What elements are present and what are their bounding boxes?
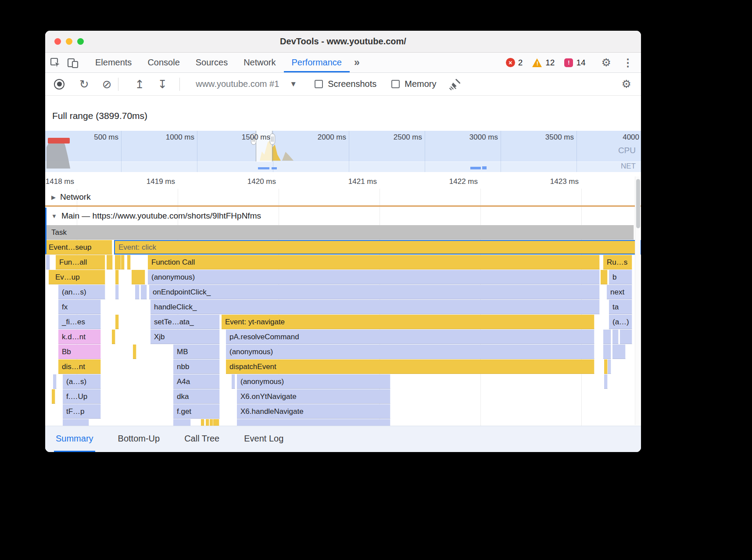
flame-bar-ru-s[interactable]: Ru…s [603,255,632,269]
flame-bar[interactable] [135,285,140,299]
flame-bar[interactable] [112,330,115,344]
flame-bar-sette-ata[interactable]: setTe…ata_ [150,315,220,329]
flame-bar[interactable] [620,330,632,344]
flame-bar[interactable] [232,374,235,389]
flame-bar-dispatchevent[interactable]: dispatchEvent [226,359,594,374]
flame-bar-b[interactable]: b [609,270,632,284]
flame-bar[interactable] [115,315,119,329]
selection-handle-right[interactable] [270,133,275,145]
main-track-header[interactable]: ▼ Main — https://www.youtube.com/shorts/… [45,208,641,224]
tab-elements[interactable]: Elements [87,53,140,72]
load-profile-button[interactable]: ↥ [135,79,145,90]
scrollbar-thumb[interactable] [636,179,640,228]
flame-bar-ta[interactable]: ta [609,300,632,314]
network-track-header[interactable]: ▶ Network [45,190,641,205]
flame-bar[interactable] [115,270,119,284]
flame-bar[interactable] [612,345,626,359]
tab-console[interactable]: Console [140,53,187,72]
tab-performance[interactable]: Performance [284,53,350,72]
record-button[interactable] [54,79,64,90]
flame-bar[interactable] [608,359,611,374]
flame-bar-fi-es[interactable]: _fi…es [58,315,101,329]
profile-select[interactable]: www.youtube.com #1 ▼ [196,79,297,89]
flame-bar[interactable] [63,419,89,426]
flame-bar-tf-p[interactable]: tF…p [63,404,101,419]
tab-network[interactable]: Network [236,53,283,72]
flame-bar[interactable] [604,359,608,374]
flame-bar[interactable] [53,374,57,389]
flame-scrollbar[interactable] [635,176,641,425]
flame-bar-fx[interactable]: fx [58,300,101,314]
flame-bar-anonymous[interactable]: (anonymous) [148,270,600,284]
flame-bar-fun-all[interactable]: Fun…all [56,255,105,269]
flame-bar-a4a[interactable]: A4a [173,374,220,389]
flame-bar[interactable] [52,389,55,404]
flame-bar-function-call[interactable]: Function Call [148,255,600,269]
more-tabs-button[interactable]: » [350,57,364,68]
flame-bar[interactable] [141,285,147,299]
flame-bar-mb[interactable]: MB [173,345,220,359]
flame-bar-ev-up[interactable]: Ev…up [52,270,105,284]
save-profile-button[interactable]: ↧ [158,79,167,90]
capture-settings-button[interactable]: ⚙ [622,78,631,90]
inspect-element-button[interactable] [48,55,63,70]
collect-garbage-button[interactable] [449,78,461,90]
flame-bar-x6-onytnavigate[interactable]: X6.onYtNavigate [237,389,390,404]
flame-bar-f-get[interactable]: f.get [173,404,220,419]
flame-bar[interactable] [109,255,113,269]
flame-bar[interactable] [201,419,204,426]
devtools-menu-button[interactable]: ⋮ [623,57,633,69]
tab-sources[interactable]: Sources [188,53,236,72]
flame-bar[interactable] [604,374,608,389]
flame-bar[interactable] [612,330,619,344]
flame-bar[interactable] [173,419,191,426]
flame-bar-event-seup[interactable]: Event…seup [45,240,112,255]
flame-bar-onendpointclick[interactable]: onEndpointClick_ [149,285,600,299]
bottom-tab-event-log[interactable]: Event Log [242,426,285,452]
flame-bar-k-d-nt[interactable]: k.d…nt [58,330,101,344]
flame-bar[interactable] [237,419,390,426]
flame-bar[interactable] [604,270,608,284]
flame-bar-next[interactable]: next [607,285,632,299]
expanded-triangle-icon[interactable]: ▼ [51,213,57,219]
flame-bar-a-s[interactable]: (a…s) [63,374,101,389]
flame-bar[interactable] [121,255,125,269]
flame-bar[interactable] [115,285,119,299]
flame-bar[interactable] [127,255,131,269]
flame-bar-nbb[interactable]: nbb [173,359,220,374]
bottom-tab-bottom-up[interactable]: Bottom-Up [116,426,162,452]
flame-bar[interactable] [133,345,136,359]
flame-bar-handleclick[interactable]: handleClick_ [150,300,600,314]
flame-bar[interactable] [206,419,209,426]
flame-bar[interactable] [46,255,50,269]
overview-strip[interactable]: CPU NET 500 ms1000 ms1500 ms2000 ms2500 … [45,131,641,172]
flame-bar-dis-nt[interactable]: dis…nt [58,359,101,374]
flame-chart[interactable]: TaskEvent…seupEvent: clickFun…allFunctio… [45,225,641,426]
devtools-settings-button[interactable]: ⚙ [602,56,611,69]
flame-bar[interactable] [132,270,145,284]
flame-bar[interactable] [118,255,121,269]
flame-bar-event-click[interactable]: Event: click [114,240,641,255]
flame-bar-xjb[interactable]: Xjb [150,330,220,344]
flame-bar[interactable] [210,419,213,426]
flame-bar-f-up[interactable]: f.…Up [63,389,101,404]
flame-bar-pa-resolvecommand[interactable]: pA.resolveCommand [226,330,594,344]
flame-bar-anonymous[interactable]: (anonymous) [237,374,390,389]
flame-bar-x6-handlenavigate[interactable]: X6.handleNavigate [237,404,390,419]
screenshots-checkbox[interactable] [315,80,323,88]
error-badge[interactable]: × 2 [506,58,523,68]
flame-bar-a[interactable]: (a…) [609,315,632,329]
flame-bar-task[interactable]: Task [45,225,634,240]
flame-bar-dka[interactable]: dka [173,389,220,404]
bottom-tab-summary[interactable]: Summary [54,426,95,452]
bottom-tab-call-tree[interactable]: Call Tree [183,426,221,452]
flame-bar-an-s[interactable]: (an…s) [58,285,105,299]
issues-badge[interactable]: ! 14 [564,58,585,68]
warning-badge[interactable]: ! 12 [532,58,555,68]
flame-bar-bb[interactable]: Bb [58,345,101,359]
reload-and-record-button[interactable]: ↻ [79,79,89,90]
collapsed-triangle-icon[interactable]: ▶ [51,194,56,201]
flame-bar-event-yt-navigate[interactable]: Event: yt-navigate [222,315,594,329]
flame-bar[interactable] [603,330,611,344]
flame-bar-anonymous[interactable]: (anonymous) [226,345,594,359]
